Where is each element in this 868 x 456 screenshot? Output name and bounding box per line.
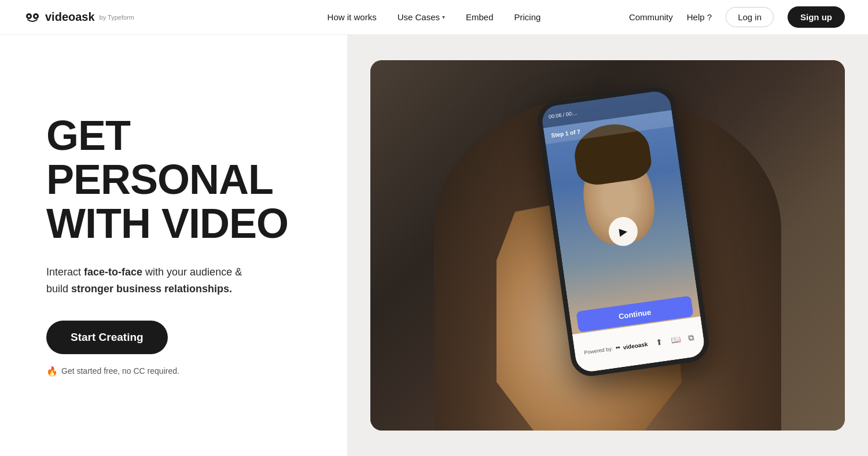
logo-byline: by Typeform xyxy=(100,14,134,21)
logo-text: videoask xyxy=(45,10,95,24)
phone-powered-by: Powered by: videoask xyxy=(584,341,648,356)
phone-play-button[interactable]: ▶ xyxy=(607,215,639,248)
header-right: Community Help ? Log in Sign up xyxy=(629,6,845,28)
nav-how-it-works[interactable]: How it works xyxy=(328,12,377,22)
video-container: 00:06 / 00:... Step 1 of 7 ▶ Continue xyxy=(370,60,845,431)
hero-title: GET PERSONAL WITH VIDEO xyxy=(46,114,312,245)
nav-use-cases[interactable]: Use Cases ▾ xyxy=(398,12,445,22)
phone-share-icon[interactable]: ⬆ xyxy=(655,337,663,348)
phone-powered-logo-text: videoask xyxy=(623,341,648,351)
header: videoask by Typeform How it works Use Ca… xyxy=(0,0,868,35)
phone-copy-icon[interactable]: ⧉ xyxy=(687,332,694,343)
signup-button[interactable]: Sign up xyxy=(788,6,845,28)
login-button[interactable]: Log in xyxy=(726,7,774,27)
videoask-logo-icon xyxy=(23,8,42,27)
hero-video-section: 00:06 / 00:... Step 1 of 7 ▶ Continue xyxy=(347,35,868,456)
nav-pricing[interactable]: Pricing xyxy=(514,12,541,22)
flame-emoji-icon: 🔥 xyxy=(46,366,58,377)
phone-step-label: Step 1 of 7 xyxy=(551,128,581,138)
nav-embed[interactable]: Embed xyxy=(466,12,494,22)
main-content: GET PERSONAL WITH VIDEO Interact face-to… xyxy=(0,35,868,456)
start-creating-button[interactable]: Start Creating xyxy=(46,321,168,354)
phone-videoask-logo xyxy=(615,345,621,351)
main-nav: How it works Use Cases ▾ Embed Pricing xyxy=(328,12,541,22)
hero-subtitle: Interact face-to-face with your audience… xyxy=(46,264,243,297)
logo-area: videoask by Typeform xyxy=(23,8,134,27)
svg-point-3 xyxy=(35,15,37,17)
phone-bookmark-icon[interactable]: 📖 xyxy=(670,334,681,345)
svg-point-2 xyxy=(28,15,30,17)
hero-section: GET PERSONAL WITH VIDEO Interact face-to… xyxy=(0,35,347,456)
svg-point-4 xyxy=(616,347,618,349)
phone-timer: 00:06 / 00:... xyxy=(548,110,578,120)
use-cases-chevron-icon: ▾ xyxy=(442,14,445,20)
nav-help[interactable]: Help ? xyxy=(687,12,712,22)
svg-point-5 xyxy=(618,347,620,349)
free-text: 🔥 Get started free, no CC required. xyxy=(46,366,312,377)
header-secondary-nav: Community Help ? xyxy=(629,12,712,22)
nav-community[interactable]: Community xyxy=(629,12,673,22)
phone-action-icons: ⬆ 📖 ⧉ xyxy=(655,332,695,347)
